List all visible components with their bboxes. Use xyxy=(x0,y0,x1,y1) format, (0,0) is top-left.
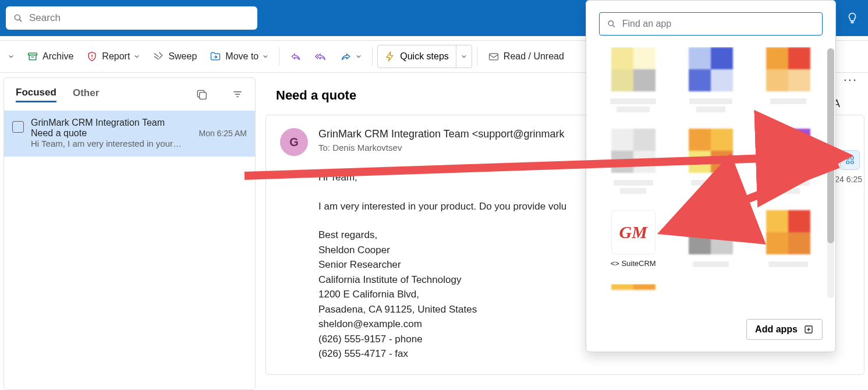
add-square-icon xyxy=(803,324,814,335)
move-to-label: Move to xyxy=(225,51,258,62)
app-tile-redacted[interactable] xyxy=(600,47,666,112)
svg-line-16 xyxy=(612,25,614,27)
grinmark-logo-icon: GM xyxy=(611,210,656,254)
app-tile-redacted[interactable] xyxy=(756,47,821,112)
svg-rect-2 xyxy=(29,53,37,55)
svg-point-15 xyxy=(608,21,613,26)
svg-line-1 xyxy=(19,19,22,22)
add-apps-label: Add apps xyxy=(755,324,798,335)
select-mode-icon[interactable] xyxy=(196,88,207,100)
app-tile-redacted[interactable] xyxy=(600,284,666,296)
message-list-header: Focused Other xyxy=(4,78,255,111)
app-tile-redacted[interactable] xyxy=(678,210,743,268)
sweep-icon xyxy=(153,51,164,62)
svg-rect-11 xyxy=(846,157,849,159)
read-unread-button[interactable]: Read / Unread xyxy=(482,45,570,68)
message-checkbox[interactable] xyxy=(12,121,24,133)
filter-icon[interactable] xyxy=(232,88,243,100)
svg-rect-14 xyxy=(851,161,854,164)
app-tile-redacted[interactable] xyxy=(756,210,821,268)
archive-label: Archive xyxy=(42,51,73,62)
lightbulb-icon[interactable] xyxy=(846,12,859,24)
global-search[interactable] xyxy=(6,6,257,30)
apps-grid: GM <> SuiteCRM xyxy=(586,47,835,296)
apps-search[interactable] xyxy=(599,12,823,36)
sender-avatar: G xyxy=(280,128,308,156)
forward-icon xyxy=(340,51,352,62)
apps-search-input[interactable] xyxy=(622,19,815,29)
message-subject: Need a quote xyxy=(31,128,87,139)
app-tile-redacted[interactable] xyxy=(678,47,743,112)
mail-to-line: To: Denis Markovtsev xyxy=(318,143,565,153)
tab-other[interactable]: Other xyxy=(73,87,99,101)
sweep-label: Sweep xyxy=(168,51,197,62)
app-tile-suitecrm[interactable]: GM <> SuiteCRM xyxy=(600,210,666,268)
reply-button[interactable] xyxy=(284,45,307,68)
quick-steps-group: Quick steps xyxy=(377,45,472,68)
svg-rect-12 xyxy=(851,157,854,159)
mail-from-line: GrinMark CRM Integration Team <support@g… xyxy=(318,128,565,140)
apps-panel: GM <> SuiteCRM Add apps xyxy=(586,0,836,352)
quick-steps-button[interactable]: Quick steps xyxy=(378,45,456,68)
move-to-button[interactable]: Move to xyxy=(204,45,274,68)
apps-scrollbar[interactable] xyxy=(827,48,834,298)
message-list-pane: Focused Other GrinMark CRM Integration T… xyxy=(0,73,260,390)
shield-warn-icon xyxy=(86,51,98,62)
app-tile-label: <> SuiteCRM xyxy=(611,259,656,268)
mail-icon xyxy=(488,51,499,62)
app-tile-redacted[interactable] xyxy=(678,129,743,194)
apps-launcher-button[interactable] xyxy=(840,150,860,170)
apps-grid-icon xyxy=(845,155,855,165)
ribbon-prev-dropdown[interactable] xyxy=(2,45,20,68)
search-icon xyxy=(13,13,23,23)
message-item[interactable]: GrinMark CRM Integration Team Need a quo… xyxy=(4,111,255,157)
reply-all-button[interactable] xyxy=(309,45,333,68)
quick-steps-label: Quick steps xyxy=(400,51,449,62)
message-from: GrinMark CRM Integration Team xyxy=(31,118,247,128)
search-icon xyxy=(607,19,617,29)
message-time: Mon 6:25 AM xyxy=(199,129,247,138)
folder-move-icon xyxy=(210,51,221,62)
reply-all-icon xyxy=(314,51,327,62)
svg-rect-7 xyxy=(200,93,207,100)
report-button[interactable]: Report xyxy=(80,45,146,68)
svg-rect-5 xyxy=(489,54,498,60)
app-tile-redacted[interactable] xyxy=(756,129,821,194)
sweep-button[interactable]: Sweep xyxy=(147,45,203,68)
message-preview: Hi Team, I am very interested in your… xyxy=(31,139,247,148)
apps-scrollbar-thumb[interactable] xyxy=(827,48,834,243)
svg-point-4 xyxy=(92,58,93,59)
svg-point-0 xyxy=(15,15,20,20)
add-apps-button[interactable]: Add apps xyxy=(746,319,823,340)
help-region xyxy=(836,0,868,36)
tab-focused[interactable]: Focused xyxy=(16,87,56,102)
svg-rect-13 xyxy=(846,161,849,164)
reply-icon xyxy=(290,51,302,62)
app-tile-redacted[interactable] xyxy=(600,129,666,194)
forward-button[interactable] xyxy=(334,45,367,68)
quick-steps-dropdown[interactable] xyxy=(456,45,472,68)
report-label: Report xyxy=(102,51,130,62)
global-search-input[interactable] xyxy=(29,12,250,24)
archive-icon xyxy=(27,51,38,62)
read-unread-label: Read / Unread xyxy=(504,51,564,62)
lightning-icon xyxy=(385,51,395,62)
archive-button[interactable]: Archive xyxy=(21,45,79,68)
